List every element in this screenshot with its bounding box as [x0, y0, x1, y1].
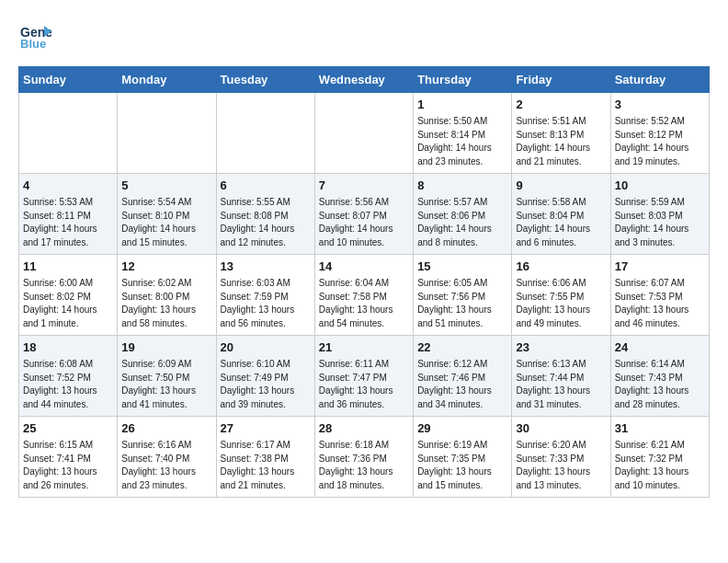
calendar-table: SundayMondayTuesdayWednesdayThursdayFrid… [18, 66, 710, 498]
day-number: 7 [319, 178, 409, 194]
day-number: 21 [319, 339, 409, 356]
day-info: Sunrise: 6:12 AM Sunset: 7:46 PM Dayligh… [417, 358, 507, 411]
calendar-header-row: SundayMondayTuesdayWednesdayThursdayFrid… [19, 67, 710, 93]
calendar-cell: 20Sunrise: 6:10 AM Sunset: 7:49 PM Dayli… [216, 336, 314, 417]
calendar-cell: 26Sunrise: 6:16 AM Sunset: 7:40 PM Dayli… [118, 417, 216, 498]
day-info: Sunrise: 6:17 AM Sunset: 7:38 PM Dayligh… [221, 439, 311, 492]
day-info: Sunrise: 6:05 AM Sunset: 7:56 PM Dayligh… [417, 277, 507, 330]
day-number: 18 [23, 339, 113, 356]
day-info: Sunrise: 6:21 AM Sunset: 7:32 PM Dayligh… [615, 439, 705, 492]
day-info: Sunrise: 5:57 AM Sunset: 8:06 PM Dayligh… [417, 196, 507, 249]
day-info: Sunrise: 6:08 AM Sunset: 7:52 PM Dayligh… [23, 358, 113, 411]
calendar-cell [216, 93, 314, 174]
day-number: 5 [121, 178, 211, 194]
weekday-header: Tuesday [216, 67, 314, 93]
day-number: 2 [516, 97, 606, 113]
day-number: 30 [516, 420, 606, 437]
day-info: Sunrise: 6:04 AM Sunset: 7:58 PM Dayligh… [319, 277, 409, 330]
calendar-cell: 31Sunrise: 6:21 AM Sunset: 7:32 PM Dayli… [610, 417, 709, 498]
calendar-cell: 15Sunrise: 6:05 AM Sunset: 7:56 PM Dayli… [414, 255, 512, 336]
day-info: Sunrise: 6:09 AM Sunset: 7:50 PM Dayligh… [121, 358, 211, 411]
calendar-cell: 3Sunrise: 5:52 AM Sunset: 8:12 PM Daylig… [610, 93, 709, 174]
day-number: 28 [319, 420, 409, 437]
calendar-cell: 8Sunrise: 5:57 AM Sunset: 8:06 PM Daylig… [414, 174, 512, 255]
calendar-week-row: 25Sunrise: 6:15 AM Sunset: 7:41 PM Dayli… [19, 417, 710, 498]
calendar-cell: 9Sunrise: 5:58 AM Sunset: 8:04 PM Daylig… [512, 174, 610, 255]
day-info: Sunrise: 6:20 AM Sunset: 7:33 PM Dayligh… [516, 439, 606, 492]
calendar-cell: 6Sunrise: 5:55 AM Sunset: 8:08 PM Daylig… [216, 174, 314, 255]
calendar-cell: 18Sunrise: 6:08 AM Sunset: 7:52 PM Dayli… [19, 336, 118, 417]
day-info: Sunrise: 6:13 AM Sunset: 7:44 PM Dayligh… [516, 358, 606, 411]
calendar-cell: 11Sunrise: 6:00 AM Sunset: 8:02 PM Dayli… [19, 255, 118, 336]
day-number: 9 [516, 178, 606, 194]
day-info: Sunrise: 5:53 AM Sunset: 8:11 PM Dayligh… [23, 196, 113, 249]
day-info: Sunrise: 6:19 AM Sunset: 7:35 PM Dayligh… [417, 439, 507, 492]
day-info: Sunrise: 6:00 AM Sunset: 8:02 PM Dayligh… [23, 277, 113, 330]
calendar-cell: 30Sunrise: 6:20 AM Sunset: 7:33 PM Dayli… [512, 417, 610, 498]
weekday-header: Monday [118, 67, 216, 93]
calendar-cell: 24Sunrise: 6:14 AM Sunset: 7:43 PM Dayli… [610, 336, 709, 417]
calendar-cell: 12Sunrise: 6:02 AM Sunset: 8:00 PM Dayli… [118, 255, 216, 336]
calendar-cell: 27Sunrise: 6:17 AM Sunset: 7:38 PM Dayli… [216, 417, 314, 498]
calendar-week-row: 11Sunrise: 6:00 AM Sunset: 8:02 PM Dayli… [19, 255, 710, 336]
day-number: 25 [23, 420, 113, 437]
day-number: 27 [221, 420, 311, 437]
day-info: Sunrise: 6:10 AM Sunset: 7:49 PM Dayligh… [221, 358, 311, 411]
day-info: Sunrise: 6:06 AM Sunset: 7:55 PM Dayligh… [516, 277, 606, 330]
day-info: Sunrise: 6:16 AM Sunset: 7:40 PM Dayligh… [121, 439, 211, 492]
calendar-cell [314, 93, 413, 174]
day-info: Sunrise: 5:58 AM Sunset: 8:04 PM Dayligh… [516, 196, 606, 249]
calendar-cell: 21Sunrise: 6:11 AM Sunset: 7:47 PM Dayli… [314, 336, 413, 417]
day-info: Sunrise: 5:52 AM Sunset: 8:12 PM Dayligh… [615, 115, 705, 168]
day-number: 12 [121, 259, 211, 275]
day-info: Sunrise: 5:54 AM Sunset: 8:10 PM Dayligh… [121, 196, 211, 249]
logo: General Blue [18, 18, 55, 52]
weekday-header: Sunday [19, 67, 118, 93]
day-number: 11 [23, 259, 113, 275]
svg-text:Blue: Blue [20, 37, 46, 51]
calendar-cell: 28Sunrise: 6:18 AM Sunset: 7:36 PM Dayli… [314, 417, 413, 498]
day-number: 19 [121, 339, 211, 356]
calendar-cell [19, 93, 118, 174]
day-number: 15 [417, 259, 507, 275]
day-number: 20 [221, 339, 311, 356]
calendar-cell: 23Sunrise: 6:13 AM Sunset: 7:44 PM Dayli… [512, 336, 610, 417]
calendar-cell: 22Sunrise: 6:12 AM Sunset: 7:46 PM Dayli… [414, 336, 512, 417]
day-number: 26 [121, 420, 211, 437]
day-number: 16 [516, 259, 606, 275]
calendar-cell: 7Sunrise: 5:56 AM Sunset: 8:07 PM Daylig… [314, 174, 413, 255]
calendar-cell: 4Sunrise: 5:53 AM Sunset: 8:11 PM Daylig… [19, 174, 118, 255]
page-header: General Blue [18, 18, 710, 52]
calendar-cell: 1Sunrise: 5:50 AM Sunset: 8:14 PM Daylig… [414, 93, 512, 174]
day-number: 14 [319, 259, 409, 275]
logo-icon: General Blue [18, 18, 51, 52]
day-info: Sunrise: 5:56 AM Sunset: 8:07 PM Dayligh… [319, 196, 409, 249]
day-number: 24 [615, 339, 705, 356]
day-info: Sunrise: 5:59 AM Sunset: 8:03 PM Dayligh… [615, 196, 705, 249]
day-number: 6 [221, 178, 311, 194]
day-info: Sunrise: 6:03 AM Sunset: 7:59 PM Dayligh… [221, 277, 311, 330]
calendar-week-row: 18Sunrise: 6:08 AM Sunset: 7:52 PM Dayli… [19, 336, 710, 417]
day-number: 10 [615, 178, 705, 194]
calendar-week-row: 4Sunrise: 5:53 AM Sunset: 8:11 PM Daylig… [19, 174, 710, 255]
day-info: Sunrise: 5:50 AM Sunset: 8:14 PM Dayligh… [417, 115, 507, 168]
day-number: 29 [417, 420, 507, 437]
day-info: Sunrise: 6:15 AM Sunset: 7:41 PM Dayligh… [23, 439, 113, 492]
calendar-cell: 13Sunrise: 6:03 AM Sunset: 7:59 PM Dayli… [216, 255, 314, 336]
day-number: 23 [516, 339, 606, 356]
calendar-cell: 17Sunrise: 6:07 AM Sunset: 7:53 PM Dayli… [610, 255, 709, 336]
day-info: Sunrise: 5:55 AM Sunset: 8:08 PM Dayligh… [221, 196, 311, 249]
calendar-cell: 2Sunrise: 5:51 AM Sunset: 8:13 PM Daylig… [512, 93, 610, 174]
day-number: 22 [417, 339, 507, 356]
weekday-header: Friday [512, 67, 610, 93]
calendar-cell: 5Sunrise: 5:54 AM Sunset: 8:10 PM Daylig… [118, 174, 216, 255]
day-info: Sunrise: 5:51 AM Sunset: 8:13 PM Dayligh… [516, 115, 606, 168]
weekday-header: Wednesday [314, 67, 413, 93]
day-number: 1 [417, 97, 507, 113]
calendar-week-row: 1Sunrise: 5:50 AM Sunset: 8:14 PM Daylig… [19, 93, 710, 174]
day-number: 31 [615, 420, 705, 437]
weekday-header: Thursday [414, 67, 512, 93]
day-number: 4 [23, 178, 113, 194]
day-info: Sunrise: 6:14 AM Sunset: 7:43 PM Dayligh… [615, 358, 705, 411]
day-number: 13 [221, 259, 311, 275]
